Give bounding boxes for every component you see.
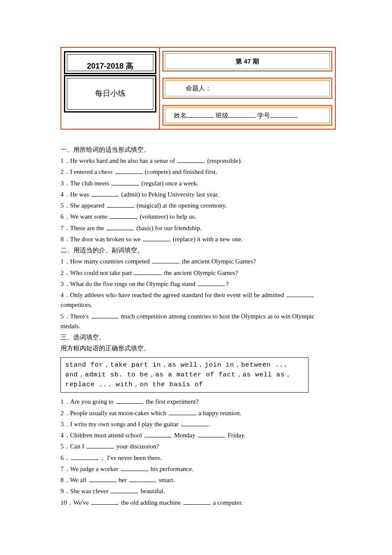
answer-blank[interactable] <box>107 202 134 208</box>
sid-label: 学号 <box>257 112 270 119</box>
question-line: 6．We want some (volunteer) to help us. <box>61 212 336 222</box>
question-text-part: Monday <box>173 432 197 439</box>
question-text-post: (responsible). <box>205 157 242 164</box>
question-line: 4．Only athletes who have reached the agr… <box>61 290 336 310</box>
answer-blank[interactable] <box>177 157 205 163</box>
answer-blank[interactable] <box>115 168 142 174</box>
question-line: 8．The door was broken so we (replace) it… <box>61 234 336 244</box>
name-label: 姓名 <box>174 112 187 119</box>
question-text-post: (basis) for our friendship. <box>135 225 202 231</box>
answer-blank[interactable] <box>198 280 225 286</box>
question-text-pre: 6．We want some <box>61 213 109 220</box>
section-1-title: 一、用所给词的适当形式填空。 <box>61 145 336 155</box>
author-box: 命题人： <box>162 78 332 98</box>
section-1-items: 1．He works hard and he also has a sense … <box>61 156 336 244</box>
answer-blank[interactable] <box>86 442 114 449</box>
question-text-part: 10．We've <box>61 499 90 506</box>
answer-blank[interactable] <box>91 498 118 505</box>
year-range-text: 2017-2018 高 <box>87 62 133 70</box>
answer-blank[interactable] <box>111 487 138 494</box>
answer-blank[interactable] <box>134 269 161 275</box>
question-line: 9．She was clever beautiful. <box>61 486 336 496</box>
question-line: 1．Are you going to the first experiment? <box>61 397 336 407</box>
question-text-pre: 1．He works hard and he also has a sense … <box>61 157 176 164</box>
question-text-part: 3．I write my own songs and I play the gu… <box>61 421 180 428</box>
worksheet-body: 一、用所给词的适当形式填空。 1．He works hard and he al… <box>61 145 336 508</box>
question-line: 3．What do the five rings on the Olympic … <box>61 279 336 289</box>
question-text-post: (compete) and finished first. <box>143 168 217 175</box>
question-text-part: 2．People usually eat moon-cakes which <box>61 410 168 416</box>
answer-blank[interactable] <box>112 179 139 185</box>
question-text-post: (volunteer) to help us. <box>138 213 196 220</box>
issue-number: 47 <box>244 58 251 65</box>
answer-blank[interactable] <box>169 409 196 415</box>
question-line: 5．She appeared (magical) at the opening … <box>61 201 336 211</box>
section-3-instruction: 用方框内短语的正确形式填空。 <box>61 344 336 353</box>
question-text-pre: 7．These are the <box>61 225 106 231</box>
question-text-part: beautiful. <box>139 488 165 494</box>
question-text-part: 5．Can I <box>61 443 86 450</box>
question-text-part: 4．Children must attend school <box>61 432 144 439</box>
answer-blank[interactable] <box>152 257 179 264</box>
question-text-post: the ancient Olympic Games? <box>162 269 238 276</box>
answer-blank[interactable] <box>107 224 134 230</box>
question-text-part: . <box>209 421 211 428</box>
question-text-post: competitors. <box>61 301 92 308</box>
answer-blank[interactable] <box>92 190 119 197</box>
answer-blank[interactable] <box>89 476 116 483</box>
header-left-bottom-box: 每日小练 <box>64 75 156 113</box>
class-label: 班级 <box>216 112 228 119</box>
question-line: 10．We've the old adding machine a comput… <box>61 498 336 508</box>
answer-blank[interactable] <box>144 431 172 438</box>
question-line: 3．The club meets (regular) once a week. <box>61 179 336 188</box>
question-text-part: ， I've never been there. <box>99 454 162 461</box>
answer-blank[interactable] <box>121 465 148 471</box>
answer-blank[interactable] <box>116 398 143 404</box>
question-line: 3．I write my own songs and I play the gu… <box>61 419 336 429</box>
answer-blank[interactable] <box>91 312 118 318</box>
question-line: 5．There's much competition among countri… <box>61 312 336 332</box>
question-text-part: 9．She was clever <box>61 488 110 494</box>
question-text-pre: 8．The door was broken so we <box>61 236 142 243</box>
question-text-part: 6． <box>61 454 70 461</box>
sid-blank[interactable] <box>270 111 297 118</box>
worksheet-page: 2017-2018 高 每日小练 第 47 期 <box>0 0 392 555</box>
question-text-post: (regular) once a week. <box>140 180 199 187</box>
question-text-part: Friday. <box>226 432 245 439</box>
question-text-part: your discussion? <box>115 443 159 450</box>
question-text-pre: 2．I entered a chess <box>61 168 114 175</box>
section-2-title: 二、用适当的介、副词填空。 <box>61 246 336 255</box>
question-line: 1．He works hard and he also has a sense … <box>61 156 336 166</box>
section-3-title: 三、选词填空。 <box>61 332 336 342</box>
answer-blank[interactable] <box>129 476 156 483</box>
section-3-items: 1．Are you going to the first experiment?… <box>61 397 336 508</box>
question-text-part: 1．Are you going to <box>61 398 115 405</box>
question-text-pre: 2．Who could not take part <box>61 269 133 276</box>
issue-number-box: 第 47 期 <box>162 51 332 72</box>
name-blank[interactable] <box>187 111 214 118</box>
question-text-part: smart. <box>157 477 175 483</box>
answer-blank[interactable] <box>198 431 225 438</box>
question-text-pre: 5．There's <box>61 313 90 320</box>
header-left-top-box: 2017-2018 高 <box>64 51 156 74</box>
question-line: 5．Can I your discussion? <box>61 442 336 451</box>
question-text-pre: 4．He was <box>61 191 91 198</box>
answer-blank[interactable] <box>183 498 210 505</box>
answer-blank[interactable] <box>110 213 137 219</box>
question-text-part: his performance. <box>149 465 194 472</box>
answer-blank[interactable] <box>286 291 314 298</box>
question-text-pre: 5．She appeared <box>61 202 106 209</box>
question-text-post: the ancient Olympic Games? <box>180 258 256 265</box>
answer-blank[interactable] <box>71 454 98 460</box>
question-text-post: (admit) to Peking University last year. <box>120 191 219 198</box>
answer-blank[interactable] <box>181 420 208 426</box>
daily-practice-title: 每日小练 <box>95 89 126 98</box>
question-line: 2．I entered a chess (compete) and finish… <box>61 167 336 177</box>
class-blank[interactable] <box>228 111 256 118</box>
phrase-bank-box: stand for，take part in，as well，join in，b… <box>61 357 308 393</box>
answer-blank[interactable] <box>143 235 170 241</box>
question-text-part: a happy reunion. <box>197 410 241 416</box>
question-line: 8．We all her smart. <box>61 475 336 485</box>
question-text-part: 7．We judge a worker <box>61 465 120 472</box>
question-text-post: (magical) at the opening ceremony. <box>135 202 227 209</box>
